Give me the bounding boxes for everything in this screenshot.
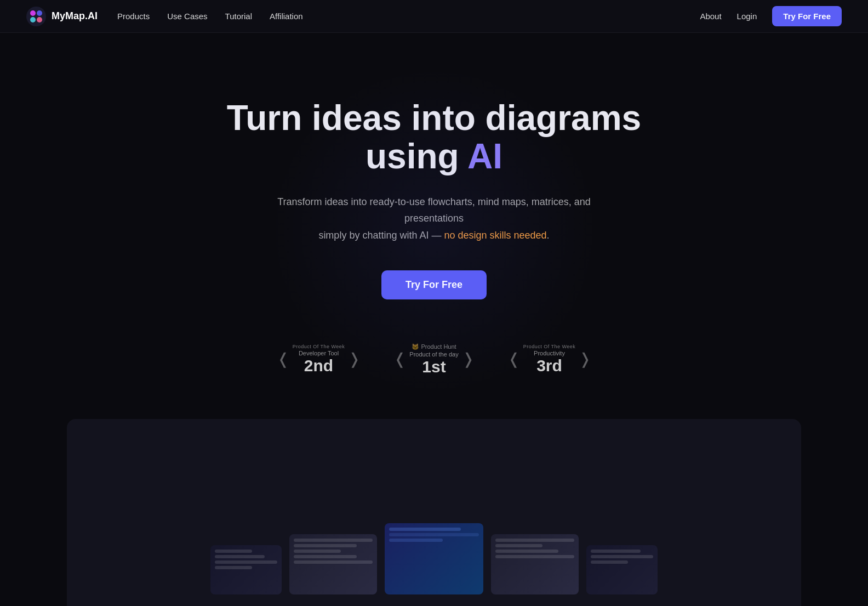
badge-inner-2: 🐱 Product Hunt Product of the day 1st	[409, 343, 458, 375]
line	[591, 555, 653, 558]
logo[interactable]: MyMap.AI	[26, 7, 98, 26]
badge-inner-3: Product Of The Week Productivity 3rd	[523, 344, 576, 374]
badge-category-3: Productivity	[534, 350, 565, 356]
badge-rank-3: 3rd	[536, 358, 562, 374]
svg-point-3	[30, 17, 36, 22]
line	[495, 539, 574, 542]
line	[215, 560, 277, 564]
showcase-card-4	[491, 534, 579, 594]
badge-inner-1: Product Of The Week Developer Tool 2nd	[293, 344, 345, 374]
card-sim-1	[210, 545, 282, 594]
navigation: MyMap.AI Products Use Cases Tutorial Aff…	[0, 0, 868, 33]
line	[294, 550, 341, 553]
nav-links: Products Use Cases Tutorial Affiliation	[117, 12, 303, 21]
badge-category-1: Developer Tool	[299, 350, 339, 356]
line	[591, 550, 641, 553]
badge-laurel-3: ❬ Product Of The Week Productivity 3rd ❭	[507, 344, 592, 374]
hero-subtitle-highlight: no design skills needed	[444, 230, 546, 241]
badge-developer-tool: ❬ Product Of The Week Developer Tool 2nd…	[277, 344, 361, 374]
laurel-right-1: ❭	[348, 352, 361, 367]
line	[294, 560, 373, 564]
line	[294, 555, 357, 558]
nav-link-products[interactable]: Products	[117, 12, 150, 21]
nav-item-use-cases[interactable]: Use Cases	[167, 12, 207, 21]
badge-label-1: Product Of The Week	[293, 344, 345, 349]
nav-item-products[interactable]: Products	[117, 12, 150, 21]
main-content: Turn ideas into diagrams using AI Transf…	[0, 33, 868, 606]
laurel-left-1: ❬	[277, 352, 289, 367]
nav-link-affiliation[interactable]: Affiliation	[270, 12, 303, 21]
badge-laurel-1: ❬ Product Of The Week Developer Tool 2nd…	[277, 344, 361, 374]
nav-try-button[interactable]: Try For Free	[772, 6, 842, 26]
line	[389, 528, 461, 531]
line	[495, 550, 558, 553]
nav-right: About Login Try For Free	[700, 6, 842, 26]
badge-laurel-2: ❬ 🐱 Product Hunt Product of the day 1st …	[393, 343, 474, 375]
nav-link-use-cases[interactable]: Use Cases	[167, 12, 207, 21]
showcase-card-1	[210, 545, 282, 594]
badge-productivity: ❬ Product Of The Week Productivity 3rd ❭	[507, 344, 592, 374]
line	[495, 555, 574, 558]
card-sim-3	[385, 523, 483, 594]
line	[389, 539, 443, 542]
nav-left: MyMap.AI Products Use Cases Tutorial Aff…	[26, 7, 303, 26]
line	[215, 566, 252, 569]
hero-title: Turn ideas into diagrams using AI	[215, 99, 653, 176]
line	[294, 544, 357, 547]
badges-section: ❬ Product Of The Week Developer Tool 2nd…	[277, 343, 592, 375]
svg-point-4	[37, 17, 42, 22]
nav-link-tutorial[interactable]: Tutorial	[225, 12, 252, 21]
svg-point-2	[37, 10, 42, 16]
nav-login-link[interactable]: Login	[737, 12, 757, 21]
logo-text: MyMap.AI	[52, 10, 98, 22]
hero-subtitle: Transform ideas into ready-to-use flowch…	[248, 194, 620, 244]
line	[591, 560, 628, 564]
product-showcase	[67, 419, 801, 606]
laurel-left-3: ❬	[507, 352, 520, 367]
card-sim-4	[491, 534, 579, 594]
ph-icon: 🐱 Product Hunt	[412, 343, 456, 350]
badge-product-of-day: ❬ 🐱 Product Hunt Product of the day 1st …	[393, 343, 474, 375]
showcase-card-2	[289, 534, 377, 594]
hero-title-part1: Turn ideas into diagrams using	[227, 98, 641, 176]
svg-point-0	[26, 7, 46, 26]
badge-rank-1: 2nd	[304, 358, 333, 374]
card-sim-2	[289, 534, 377, 594]
card-sim-5	[586, 545, 658, 594]
badge-category-2: Product of the day	[409, 351, 458, 358]
nav-item-affiliation[interactable]: Affiliation	[270, 12, 303, 21]
nav-item-tutorial[interactable]: Tutorial	[225, 12, 252, 21]
badge-rank-2: 1st	[422, 359, 446, 375]
laurel-left-2: ❬	[393, 352, 406, 367]
line	[495, 544, 542, 547]
hero-title-ai: AI	[467, 137, 502, 176]
laurel-right-3: ❭	[579, 352, 591, 367]
logo-icon	[26, 7, 46, 26]
line	[389, 533, 479, 536]
hero-section: Turn ideas into diagrams using AI Transf…	[0, 33, 868, 606]
nav-about-link[interactable]: About	[700, 12, 721, 21]
showcase-card-5	[586, 545, 658, 594]
badge-label-3: Product Of The Week	[523, 344, 576, 349]
line	[215, 550, 252, 553]
line	[294, 539, 373, 542]
laurel-right-2: ❭	[462, 352, 475, 367]
hero-subtitle-end: .	[547, 230, 550, 241]
showcase-card-3	[385, 523, 483, 594]
svg-point-1	[30, 10, 36, 16]
hero-cta-button[interactable]: Try For Free	[381, 270, 487, 299]
showcase-inner	[89, 523, 779, 594]
line	[215, 555, 265, 558]
